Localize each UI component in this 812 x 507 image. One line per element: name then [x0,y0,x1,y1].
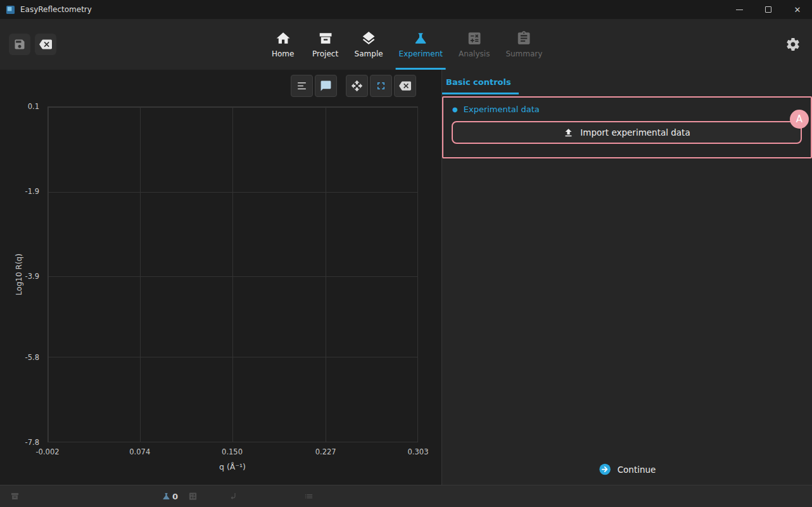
home-icon [275,30,291,46]
tab-home[interactable]: Home [267,19,300,70]
gridline-vertical [232,107,233,442]
comment-icon [320,80,332,92]
arrow-status-icon [229,492,238,501]
gridline-vertical [326,107,326,442]
arrow-circle-right-icon [599,463,612,476]
tab-label: Analysis [459,49,490,58]
gridline-vertical [140,107,141,442]
align-left-icon [296,80,308,92]
experiments-icon [162,492,171,501]
tab-label: Project [312,49,338,58]
nav-tabs: Home Project Sample Experiment Analysis … [267,19,546,70]
section-label: Experimental data [464,105,540,114]
y-tick-label: 0.1 [28,102,39,111]
tab-label: Sample [355,49,383,58]
hover-info-button[interactable] [315,75,337,97]
layers-icon [361,30,377,46]
y-tick-label: -7.8 [25,438,39,447]
x-tick-label: 0.074 [129,447,150,456]
gridline-horizontal [48,357,417,357]
tab-summary: Summary [502,19,545,70]
x-tick-label: 0.303 [408,447,429,456]
tab-basic-controls[interactable]: Basic controls [442,70,519,94]
flask-icon [413,30,429,46]
calculator-status-icon [188,492,198,501]
fullscreen-button[interactable] [370,75,392,97]
x-axis-labels: -0.0020.0740.1500.2270.303 [48,447,418,458]
plot-area[interactable] [48,106,418,442]
chart-toolbar-left [291,75,337,97]
minimize-icon [736,10,743,10]
x-tick-label: -0.002 [35,447,59,456]
header-left-buttons [9,34,56,55]
move-icon [351,80,363,92]
tab-label: Home [272,49,294,58]
y-tick-label: -5.8 [25,353,39,362]
gridline-horizontal [48,442,417,442]
y-axis-title: Log10 R(q) [15,254,23,295]
project-status-icon [10,492,20,501]
side-panel: Basic controls ● Experimental data Impor… [441,70,812,485]
maximize-button[interactable] [754,0,783,19]
close-icon: ✕ [794,6,801,14]
clear-plot-button[interactable] [394,75,416,97]
backspace-icon [39,38,52,51]
chart-region: 0.1-1.9-3.9-5.8-7.8 -0.0020.0740.1500.22… [0,70,441,485]
gear-icon [785,37,801,52]
tab-analysis: Analysis [455,19,493,70]
annotation-badge-a: A [790,110,809,129]
tab-experiment[interactable]: Experiment [396,19,446,70]
save-icon [13,38,26,51]
titlebar: EasyReflectometry ✕ [0,0,812,19]
experiments-count: 0 [172,492,178,501]
gridline-horizontal [48,107,417,108]
tab-project[interactable]: Project [309,19,342,70]
y-tick-label: -1.9 [25,187,39,196]
x-tick-label: 0.150 [222,447,243,456]
window-controls: ✕ [725,0,812,19]
backspace-icon [399,80,411,92]
expand-icon [375,80,387,92]
gridline-vertical [417,107,418,442]
close-button[interactable]: ✕ [783,0,812,19]
list-status-icon [304,492,314,501]
window-title: EasyReflectometry [20,5,92,14]
x-tick-label: 0.227 [315,447,336,456]
tab-sample[interactable]: Sample [352,19,386,70]
header-toolbar: Home Project Sample Experiment Analysis … [0,19,812,70]
y-tick-label: -3.9 [25,272,39,281]
minimize-button[interactable] [725,0,754,19]
gridline-vertical [48,107,49,442]
project-icon [317,30,333,46]
app-icon [6,5,15,15]
section-header: ● Experimental data [443,98,811,114]
clipboard-icon [516,30,532,46]
gridline-horizontal [48,276,417,277]
save-button [9,34,30,55]
settings-button[interactable] [785,37,801,52]
statusbar: 0 [0,485,812,507]
upload-icon [563,127,574,138]
import-button-label: Import experimental data [580,127,690,138]
continue-label: Continue [618,465,656,475]
tab-label: Summary [505,49,542,58]
maximize-icon [765,6,771,13]
experimental-data-group: ● Experimental data Import experimental … [442,96,812,158]
legend-toggle-button[interactable] [291,75,313,97]
gridline-horizontal [48,192,417,193]
chart-toolbar-right [346,75,416,97]
pan-button[interactable] [346,75,368,97]
bullet-icon: ● [452,106,458,113]
calculator-icon [466,30,482,46]
x-axis-title: q (Å⁻¹) [219,462,246,472]
import-experimental-data-button[interactable]: Import experimental data [452,121,802,144]
reset-state-button[interactable] [35,34,56,55]
tab-label: Experiment [399,49,443,58]
continue-button[interactable]: Continue [599,463,656,476]
